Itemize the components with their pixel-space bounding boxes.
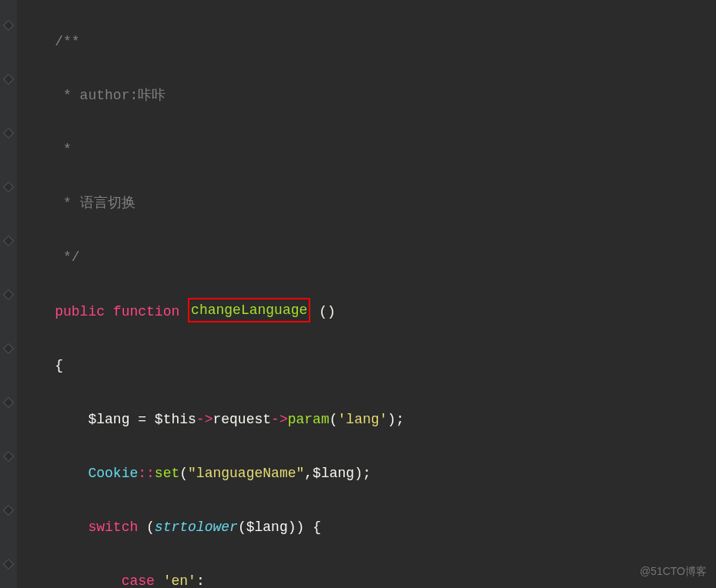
fold-marker[interactable] — [3, 343, 14, 354]
watermark: @51CTO博客 — [640, 561, 707, 582]
comment-line: */ — [22, 244, 716, 271]
fold-marker[interactable] — [3, 397, 14, 408]
comment-line: * — [22, 136, 716, 163]
fold-marker[interactable] — [3, 128, 14, 139]
code-editor[interactable]: /** * author:咔咔 * * 语言切换 */ public funct… — [0, 0, 716, 588]
highlight-annotation: changeLanguage — [188, 298, 310, 322]
comment-line: * author:咔咔 — [22, 82, 716, 109]
code-line: Cookie::set("languageName",$lang); — [22, 460, 716, 487]
fold-marker[interactable] — [3, 451, 14, 462]
function-signature: public function changeLanguage () — [22, 299, 716, 326]
fold-marker[interactable] — [3, 505, 14, 516]
code-line: $lang = $this->request->param('lang'); — [22, 406, 716, 433]
fold-marker[interactable] — [3, 182, 14, 192]
code-line: switch (strtolower($lang)) { — [22, 514, 716, 541]
fold-marker[interactable] — [3, 20, 14, 31]
fold-marker[interactable] — [3, 559, 14, 570]
gutter — [0, 0, 17, 588]
code-line: case 'en': — [22, 568, 716, 588]
comment-line: /** — [22, 28, 716, 55]
fold-marker[interactable] — [3, 289, 14, 300]
code-line: { — [22, 352, 716, 379]
function-name: changeLanguage — [191, 302, 307, 318]
comment-line: * 语言切换 — [22, 190, 716, 217]
fold-marker[interactable] — [3, 74, 14, 85]
fold-marker[interactable] — [3, 236, 14, 246]
